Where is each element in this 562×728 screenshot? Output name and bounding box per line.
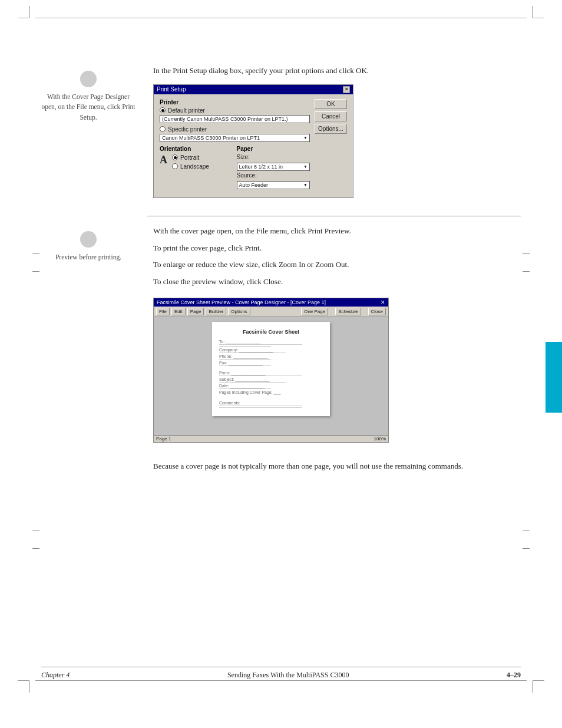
pages-label: Pages Including Cover Page: ___ [219, 390, 323, 394]
preview-para3: To enlarge or reduce the view size, clic… [153, 259, 521, 271]
select-arrow: ▼ [303, 136, 308, 140]
sidebar-text-preview: Preview before printing. [55, 253, 121, 261]
margin-dash [523, 271, 530, 272]
margin-dash [32, 548, 39, 549]
dialog-close: ✕ [343, 86, 350, 93]
main-print-setup: In the Print Setup dialog box, specify y… [147, 65, 521, 198]
line6 [219, 375, 302, 376]
specific-printer-row: Specific printer [160, 126, 310, 133]
preview-para1: With the cover page open, on the File me… [153, 225, 521, 238]
paper-label: Paper [237, 146, 310, 152]
default-printer-radio [160, 107, 166, 113]
to-label: To: _______________ [219, 340, 323, 344]
line9 [219, 406, 302, 406]
chapter-tab [546, 342, 562, 413]
letter-a-icon: A [160, 154, 167, 165]
specific-printer-radio [160, 126, 166, 132]
line3 [219, 353, 286, 353]
footer-page-number: 4–29 [507, 671, 521, 680]
from-label: From: _______________ [219, 371, 323, 375]
date-label: Date: _______________ [219, 384, 323, 388]
corner-tick [18, 18, 29, 18]
preview-status-bar: Page 1 100% [154, 435, 388, 442]
line8 [219, 388, 271, 389]
line7 [219, 382, 286, 383]
paper-col: Paper Size: Letter 8 1/2 x 11 in ▼ [237, 146, 310, 189]
portrait-row: Portrait [172, 154, 209, 161]
margin-dash [523, 253, 530, 254]
preview-titlebar: Facsimile Cover Sheet Preview - Cover Pa… [154, 298, 388, 307]
preview-toolbar: File Edit Page Builder Options One Page … [154, 307, 388, 317]
footer-title: Sending Faxes With the MultiPASS C3000 [227, 671, 349, 680]
source-label: Source: [237, 172, 257, 179]
print-setup-dialog: Print Setup ✕ Printer Default printer (C… [153, 84, 353, 198]
main-note: Because a cover page is not typically mo… [147, 460, 521, 477]
toolbar-edit[interactable]: Edit [171, 308, 186, 315]
preview-title: Facsimile Cover Sheet Preview - Cover Pa… [157, 299, 326, 305]
line10 [219, 407, 302, 408]
landscape-radio [172, 163, 178, 169]
toolbar-two-page[interactable]: One Page [301, 308, 328, 315]
line1 [219, 344, 302, 345]
size-row: Size: [237, 154, 310, 160]
toolbar-close[interactable]: Close [368, 308, 386, 315]
toolbar-file[interactable]: File [156, 308, 170, 315]
company-label: Company: _______________ [219, 348, 323, 352]
printer-radio-group: Default printer (Currently Canon MultiPA… [160, 107, 310, 142]
corner-tick [29, 681, 30, 693]
margin-dash [523, 548, 530, 549]
source-value: Auto Feeder [239, 182, 269, 188]
preview-body: Facsimile Cover Sheet To: ______________… [154, 317, 388, 435]
paper-section: Size: Letter 8 1/2 x 11 in ▼ Source: [237, 154, 310, 189]
size-select: Letter 8 1/2 x 11 in ▼ [237, 163, 310, 171]
portrait-radio [172, 154, 178, 160]
options-button[interactable]: Options... [315, 124, 347, 134]
orientation-col: Orientation A Portrait [160, 146, 233, 189]
status-zoom: 100% [374, 436, 386, 442]
corner-tick [533, 680, 544, 681]
toolbar-window[interactable]: Options [228, 308, 250, 315]
toolbar-view[interactable]: Builder [206, 308, 226, 315]
toolbar-page[interactable]: Page [187, 308, 204, 315]
footer: Chapter 4 Sending Faxes With the MultiPA… [41, 667, 521, 680]
line2 [219, 346, 271, 347]
orientation-options: Portrait Landscape [172, 154, 209, 171]
dialog-titlebar: Print Setup ✕ [154, 85, 353, 94]
dialog-left-pane: Printer Default printer (Currently Canon… [160, 99, 310, 193]
specific-printer-select: Canon MultiPASS C3000 Printer on LPT1 ▼ [160, 134, 310, 142]
sidebar-preview: Preview before printing. [41, 225, 147, 443]
preview-dialog: Facsimile Cover Sheet Preview - Cover Pa… [153, 298, 389, 443]
ok-button[interactable]: OK [315, 99, 347, 109]
size-arrow: ▼ [303, 164, 308, 169]
margin-dash [523, 531, 530, 531]
status-page: Page 1 [156, 436, 171, 442]
main-preview: With the cover page open, on the File me… [147, 225, 521, 443]
orientation-section: A Portrait Landscape [160, 154, 233, 171]
size-value: Letter 8 1/2 x 11 in [239, 164, 283, 170]
margin-dash [32, 271, 39, 272]
corner-tick [29, 6, 30, 18]
preview-page: Facsimile Cover Sheet To: ______________… [212, 322, 330, 416]
dialog-title: Print Setup [157, 86, 186, 93]
source-arrow: ▼ [303, 183, 308, 187]
line4 [219, 359, 271, 360]
page-border [35, 18, 527, 18]
toolbar-schedule[interactable]: Schedule [335, 308, 361, 315]
default-printer-label: Default printer [168, 107, 205, 114]
currently-textbox: (Currently Canon MultiPASS C3000 Printer… [160, 115, 310, 123]
specific-printer-label: Specific printer [168, 126, 207, 133]
corner-tick [532, 681, 533, 693]
landscape-label: Landscape [180, 163, 209, 170]
section-note: Because a cover page is not typically mo… [41, 460, 521, 477]
cancel-button[interactable]: Cancel [315, 111, 347, 121]
preview-page-title: Facsimile Cover Sheet [219, 329, 323, 335]
portrait-label: Portrait [180, 154, 199, 161]
size-label: Size: [237, 154, 250, 160]
printer-label: Printer [160, 99, 310, 106]
step-circle [80, 71, 97, 87]
comments-label: Comments: [219, 401, 323, 405]
orientation-paper-row: Orientation A Portrait [160, 146, 310, 189]
print-setup-intro: In the Print Setup dialog box, specify y… [153, 65, 521, 77]
orientation-label: Orientation [160, 146, 233, 152]
corner-tick [533, 18, 544, 18]
